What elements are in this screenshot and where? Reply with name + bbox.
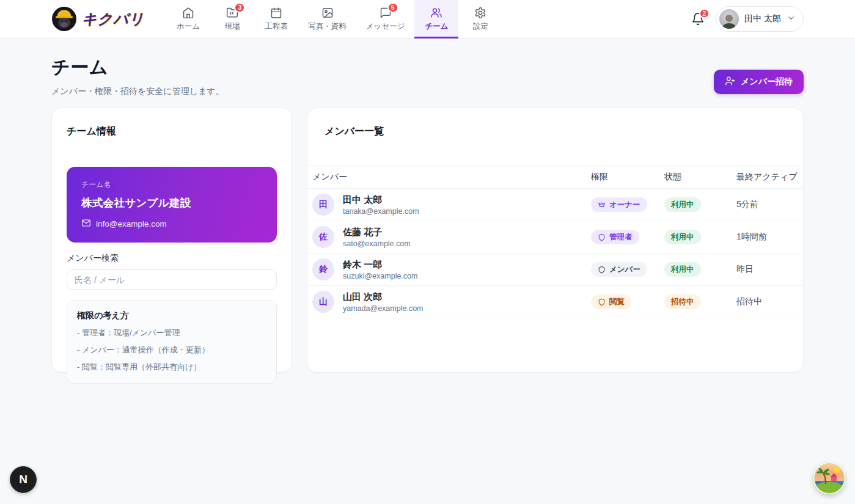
nav-item-label: 現場 [225,21,240,32]
member-name: 鈴木 一郎 [343,259,417,271]
brand-logo[interactable]: キクバリ [51,0,144,38]
member-search-label: メンバー検索 [67,253,277,264]
permissions-info-box: 権限の考え方 - 管理者：現場/メンバー管理 - メンバー：通常操作（作成・更新… [67,300,277,384]
table-row[interactable]: 山 山田 次郎 yamada@example.com 閲覧 招待中 招待中 [307,286,803,318]
avatar-initial: 山 [319,296,328,307]
notifications-button[interactable]: 2 [691,12,705,26]
gorilla-helmet-logo-icon [51,6,77,32]
home-icon [182,7,194,19]
nav-item-chat[interactable]: 5 メッセージ [356,0,415,38]
photo-icon [321,7,334,19]
chat-icon: 5 [380,7,392,19]
calendar-icon [270,7,282,19]
content-cards: チーム情報 チーム名 株式会社サンプル建設 info@example.com メ… [51,108,804,373]
column-header-last-active: 最終アクティブ [736,172,798,183]
avatar-initial: 田 [319,199,328,210]
avatar-initial: 鈴 [319,264,328,275]
nav-item-label: 工程表 [265,21,288,32]
status-badge: 利用中 [664,262,701,277]
nav-count-badge: 3 [234,2,245,13]
column-header-status: 状態 [664,172,736,183]
status-badge: 利用中 [664,197,701,212]
dev-indicator-letter: N [19,473,28,486]
nav-item-label: チーム [425,21,448,32]
role-badge: 管理者 [591,230,639,244]
members-list-title: メンバー一覧 [307,125,803,138]
nav-item-label: ホーム [177,21,200,32]
column-header-role: 権限 [591,172,664,183]
avatar: 田 [312,194,334,216]
team-info-card: チーム情報 チーム名 株式会社サンプル建設 info@example.com メ… [51,108,292,373]
page-subtitle: メンバー・権限・招待を安全に管理します。 [51,86,224,97]
team-page: キクバリ ホーム 3 現場 工程表 写真・資料 5 メッセージ [0,0,855,504]
nav-item-calendar[interactable]: 工程表 [254,0,298,38]
team-name-value: 株式会社サンプル建設 [81,195,262,210]
topbar-right: 2 田中 太郎 [691,0,804,38]
folder-icon: 3 [226,7,238,19]
last-active: 昨日 [736,264,798,275]
member-email: sato@example.com [343,239,411,248]
top-navigation-bar: キクバリ ホーム 3 現場 工程表 写真・資料 5 メッセージ [0,0,855,38]
column-header-member: メンバー [312,172,591,183]
page-title: チーム [51,55,224,80]
shield-icon [598,298,606,306]
dev-indicator-button[interactable]: N [10,466,37,493]
mail-icon [81,218,91,230]
nav-item-gear[interactable]: 設定 [458,0,502,38]
role-badge: メンバー [591,262,647,277]
team-info-title: チーム情報 [67,125,277,138]
permissions-title: 権限の考え方 [77,310,266,321]
nav-item-folder[interactable]: 3 現場 [210,0,254,38]
permission-line: - メンバー：通常操作（作成・更新） [77,345,266,356]
status-badge: 招待中 [664,294,701,309]
nav-item-home[interactable]: ホーム [166,0,210,38]
table-row[interactable]: 鈴 鈴木 一郎 suzuki@example.com メンバー 利用中 昨日 [307,254,803,286]
helper-widget-button[interactable] [813,462,845,494]
team-name-panel: チーム名 株式会社サンプル建設 info@example.com [67,167,277,243]
user-menu-button[interactable]: 田中 太郎 [716,6,804,32]
members-table: メンバー 権限 状態 最終アクティブ 田 田中 太郎 tanaka@exampl… [307,165,803,318]
member-email: yamada@example.com [343,304,424,313]
users-icon [430,7,442,19]
last-active: 1時間前 [736,232,798,243]
members-list-card: メンバー一覧 メンバー 権限 状態 最終アクティブ 田 田中 太郎 tanaka… [307,108,804,373]
user-plus-icon [725,76,735,88]
page-header: チーム メンバー・権限・招待を安全に管理します。 メンバー招待 [51,55,804,97]
last-active: 招待中 [736,296,798,307]
avatar: 佐 [312,226,334,248]
nav-item-users[interactable]: チーム [414,0,458,38]
avatar: 山 [312,291,334,313]
member-name: 佐藤 花子 [343,227,411,238]
team-email: info@example.com [96,219,167,228]
bell-icon [691,17,705,27]
user-name: 田中 太郎 [744,13,781,24]
island-icon [813,462,845,494]
nav-item-label: 設定 [473,21,488,32]
invite-member-button[interactable]: メンバー招待 [714,70,804,94]
nav-item-label: メッセージ [366,21,405,32]
last-active: 5分前 [736,199,798,210]
team-name-label: チーム名 [81,180,262,190]
status-badge: 利用中 [664,230,701,244]
table-row[interactable]: 田 田中 太郎 tanaka@example.com オーナー 利用中 5分前 [307,189,803,221]
nav-count-badge: 5 [387,2,398,13]
members-table-body: 田 田中 太郎 tanaka@example.com オーナー 利用中 5分前 … [307,189,803,318]
members-table-header: メンバー 権限 状態 最終アクティブ [307,165,803,189]
member-name: 田中 太郎 [343,194,419,206]
crown-icon [598,201,606,209]
invite-member-label: メンバー招待 [741,76,793,87]
notification-count-badge: 2 [699,9,710,18]
role-badge: 閲覧 [591,294,631,309]
avatar-initial: 佐 [319,232,328,243]
shield-icon [598,266,606,274]
avatar: 鈴 [312,258,334,280]
member-search-input[interactable] [67,269,277,290]
table-row[interactable]: 佐 佐藤 花子 sato@example.com 管理者 利用中 1時間前 [307,221,803,254]
nav-item-label: 写真・資料 [308,21,347,32]
member-email: tanaka@example.com [343,207,419,216]
permission-line: - 管理者：現場/メンバー管理 [77,327,266,338]
member-name: 山田 次郎 [343,291,424,303]
brand-name: キクバリ [82,9,144,29]
main-nav: ホーム 3 現場 工程表 写真・資料 5 メッセージ チーム 設定 [166,0,502,38]
nav-item-photo[interactable]: 写真・資料 [298,0,356,38]
